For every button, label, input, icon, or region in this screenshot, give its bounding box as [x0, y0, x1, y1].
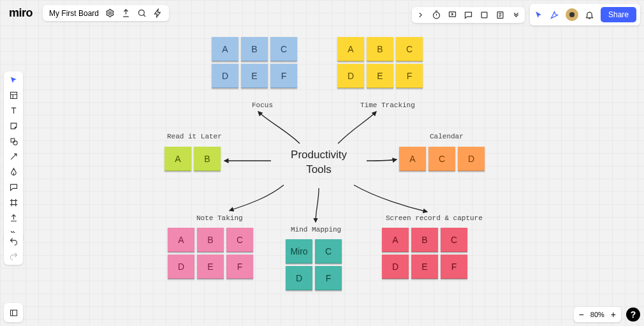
sticky-note[interactable]: D — [212, 64, 238, 88]
chevron-right-icon[interactable] — [416, 10, 425, 20]
sticky-note[interactable]: A — [212, 37, 238, 61]
pen-icon[interactable] — [9, 167, 18, 177]
svg-rect-4 — [481, 12, 487, 18]
comment-tool-icon[interactable] — [9, 182, 18, 192]
bell-icon[interactable] — [585, 10, 594, 20]
svg-rect-9 — [10, 310, 17, 316]
sticky-note[interactable]: B — [241, 37, 268, 61]
frame-tool-icon[interactable] — [9, 198, 18, 207]
more-icon[interactable] — [511, 10, 521, 20]
sticky-note[interactable]: B — [197, 228, 224, 252]
group-label-mind-mapping[interactable]: Mind Mapping — [291, 226, 341, 233]
share-button[interactable]: Share — [601, 7, 636, 22]
cursor-collab-icon[interactable] — [534, 10, 543, 20]
sticky-note[interactable]: F — [270, 64, 297, 88]
sticky-note[interactable]: F — [441, 255, 467, 279]
sticky-note[interactable]: D — [458, 147, 485, 171]
sticky-icon[interactable] — [9, 121, 18, 131]
sticky-note[interactable]: C — [441, 228, 467, 252]
sticky-note[interactable]: A — [399, 147, 426, 171]
sticky-note[interactable]: E — [197, 255, 224, 279]
sticky-group-note-taking: ABCDEF — [168, 228, 253, 279]
text-icon[interactable] — [9, 106, 18, 115]
sticky-note[interactable]: C — [270, 37, 297, 61]
sticky-note[interactable]: F — [315, 266, 342, 290]
svg-rect-6 — [10, 93, 17, 99]
sticky-note[interactable]: E — [241, 64, 268, 88]
settings-icon[interactable] — [105, 8, 115, 18]
select-icon[interactable] — [9, 75, 18, 85]
timer-icon[interactable] — [432, 10, 441, 20]
lightning-icon[interactable] — [153, 8, 163, 18]
sticky-group-screen-record: ABCDEF — [382, 228, 467, 279]
sticky-note[interactable]: F — [396, 64, 423, 88]
zoom-control: − 80% + — [574, 307, 621, 322]
sticky-note[interactable]: C — [428, 147, 455, 171]
sticky-group-read-later: AB — [165, 147, 221, 171]
redo-icon[interactable] — [9, 251, 18, 261]
reactions-icon[interactable] — [550, 10, 559, 20]
sticky-note[interactable]: F — [226, 255, 253, 279]
user-avatar[interactable] — [566, 8, 578, 21]
sticky-note[interactable]: A — [337, 37, 364, 61]
sticky-group-focus: ABCDEF — [212, 37, 297, 88]
shape-icon[interactable] — [9, 137, 18, 146]
zoom-out-button[interactable]: − — [579, 309, 584, 320]
sticky-group-mind-mapping: MiroCDF — [286, 239, 342, 290]
collab-group: Share — [530, 4, 640, 26]
board-info-pill: My First Board — [43, 5, 169, 21]
zoom-in-button[interactable]: + — [611, 309, 616, 320]
present-icon[interactable] — [448, 10, 457, 20]
search-icon[interactable] — [137, 8, 147, 18]
top-right-controls: Share — [412, 4, 640, 26]
sticky-note[interactable]: E — [411, 255, 438, 279]
help-button[interactable]: ? — [626, 307, 640, 322]
sticky-group-calendar: ACD — [399, 147, 485, 171]
arrow-icon[interactable] — [9, 152, 18, 161]
group-label-calendar[interactable]: Calendar — [430, 133, 464, 140]
view-controls-group — [412, 7, 525, 23]
history-bar — [4, 233, 23, 265]
sticky-note[interactable]: C — [315, 239, 342, 263]
zoom-level-label[interactable]: 80% — [590, 311, 604, 318]
sticky-note[interactable]: B — [411, 228, 438, 252]
note-icon[interactable] — [495, 10, 505, 20]
svg-point-8 — [13, 141, 17, 145]
group-label-screen-record[interactable]: Screen record & capture — [386, 214, 483, 222]
upload-icon[interactable] — [9, 213, 18, 223]
sticky-group-time-tracking: ABCDEF — [337, 37, 423, 88]
undo-icon[interactable] — [9, 237, 18, 246]
group-label-read-later[interactable]: Read it Later — [167, 133, 222, 140]
center-topic[interactable]: Productivity Tools — [274, 148, 363, 177]
sticky-note[interactable]: E — [367, 64, 393, 88]
app-logo[interactable]: miro — [4, 4, 38, 22]
canvas[interactable]: Productivity Tools FocusABCDEFTime Track… — [0, 0, 644, 326]
left-toolbar — [4, 71, 23, 242]
comment-icon[interactable] — [464, 10, 473, 20]
group-label-focus[interactable]: Focus — [252, 101, 273, 109]
board-title[interactable]: My First Board — [49, 9, 99, 18]
svg-point-0 — [109, 12, 112, 15]
sticky-note[interactable]: D — [337, 64, 364, 88]
bottom-right-controls: − 80% + ? — [574, 307, 640, 322]
group-label-note-taking[interactable]: Note Taking — [196, 214, 243, 222]
svg-point-1 — [139, 10, 145, 16]
topbar: miro My First Board — [4, 4, 169, 22]
sticky-note[interactable]: D — [382, 255, 409, 279]
sticky-note[interactable]: D — [168, 255, 194, 279]
sticky-note[interactable]: B — [367, 37, 393, 61]
sticky-note[interactable]: B — [194, 147, 221, 171]
sticky-note[interactable]: A — [382, 228, 409, 252]
group-label-time-tracking[interactable]: Time Tracking — [360, 101, 415, 109]
frame-icon[interactable] — [479, 10, 489, 20]
minimap-icon — [9, 308, 18, 318]
sticky-note[interactable]: Miro — [286, 239, 312, 263]
sticky-note[interactable]: A — [165, 147, 191, 171]
sticky-note[interactable]: C — [226, 228, 253, 252]
minimap-toggle[interactable] — [4, 303, 23, 322]
sticky-note[interactable]: A — [168, 228, 194, 252]
sticky-note[interactable]: D — [286, 266, 312, 290]
sticky-note[interactable]: C — [396, 37, 423, 61]
export-icon[interactable] — [121, 8, 131, 18]
templates-icon[interactable] — [9, 91, 18, 100]
